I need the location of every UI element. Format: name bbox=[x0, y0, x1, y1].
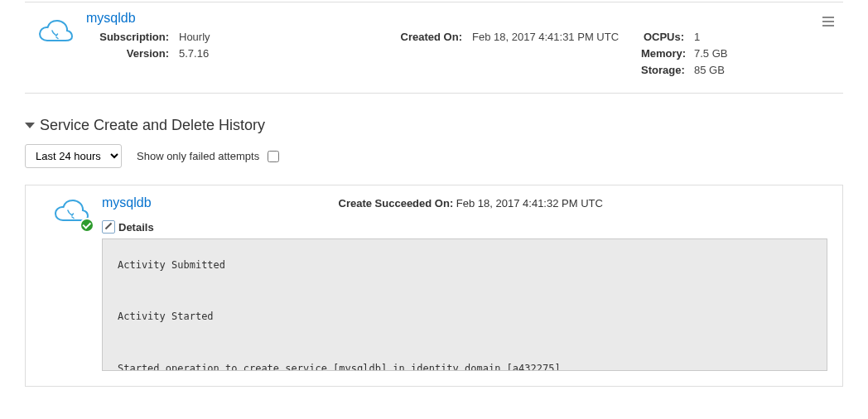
caret-down-icon bbox=[25, 123, 35, 128]
cloud-db-icon bbox=[53, 199, 89, 228]
storage-label: Storage: bbox=[641, 64, 684, 76]
subscription-value: Hourly bbox=[179, 31, 210, 43]
subscription-label: Subscription: bbox=[86, 31, 169, 43]
ocpu-value: 1 bbox=[694, 31, 700, 43]
pencil-icon bbox=[102, 220, 115, 234]
cloud-db-icon bbox=[37, 19, 74, 76]
created-value: Feb 18, 2017 4:41:31 PM UTC bbox=[472, 31, 619, 43]
details-toggle[interactable]: Details bbox=[102, 220, 827, 234]
history-entry-name-link[interactable]: mysqldb bbox=[102, 195, 152, 210]
svg-rect-2 bbox=[822, 25, 834, 26]
status-success-badge-icon bbox=[80, 218, 94, 233]
history-entry-card: mysqldb Create Succeeded On: Feb 18, 201… bbox=[25, 185, 843, 387]
show-failed-checkbox[interactable] bbox=[268, 151, 279, 162]
svg-rect-1 bbox=[822, 21, 834, 22]
ocpu-label: OCPUs: bbox=[641, 31, 684, 43]
details-label: Details bbox=[118, 221, 154, 234]
history-header-toggle[interactable]: Service Create and Delete History bbox=[25, 117, 843, 134]
show-failed-label[interactable]: Show only failed attempts bbox=[137, 150, 279, 162]
history-title: Service Create and Delete History bbox=[40, 117, 265, 134]
time-range-select[interactable]: Last 24 hours bbox=[25, 144, 122, 168]
service-menu-button[interactable] bbox=[822, 16, 835, 30]
version-label: Version: bbox=[86, 47, 169, 60]
storage-value: 85 GB bbox=[694, 64, 725, 76]
activity-log-textarea[interactable]: Activity Submitted Activity Started Star… bbox=[102, 238, 827, 371]
succeeded-label: Create Succeeded On: bbox=[339, 197, 454, 210]
memory-value: 7.5 GB bbox=[694, 47, 727, 60]
service-name-link[interactable]: mysqldb bbox=[86, 11, 136, 26]
memory-label: Memory: bbox=[641, 47, 684, 60]
show-failed-text: Show only failed attempts bbox=[137, 150, 259, 162]
succeeded-value: Feb 18, 2017 4:41:32 PM UTC bbox=[456, 197, 603, 210]
created-label: Created On: bbox=[393, 31, 462, 43]
service-summary-row: mysqldb Subscription:Hourly Version:5.7.… bbox=[25, 4, 843, 91]
version-value: 5.7.16 bbox=[179, 47, 209, 60]
history-section: Service Create and Delete History Last 2… bbox=[25, 117, 843, 387]
svg-rect-0 bbox=[822, 17, 834, 18]
